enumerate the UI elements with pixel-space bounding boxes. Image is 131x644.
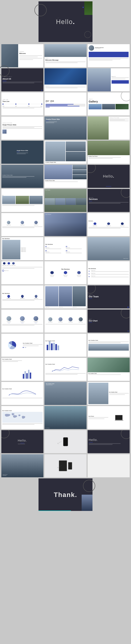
text-line-3	[19, 58, 42, 58]
num-t-2	[66, 248, 82, 249]
services-icons-title: Services	[88, 220, 129, 222]
blue-bar-stats	[46, 107, 50, 107]
thank-arc	[83, 480, 95, 492]
icon-photo-1	[7, 221, 10, 224]
progress-1	[46, 104, 86, 104]
text-line-p3	[89, 60, 112, 60]
ti-img-3	[68, 317, 72, 321]
chart-bar-accent	[89, 322, 92, 323]
sp-label: Single Picture	[2, 122, 42, 124]
map-blob-3	[13, 415, 17, 418]
location-icon-1	[7, 294, 10, 298]
row-5: Single Picture Single Picture Slide Crea…	[1, 116, 130, 140]
chart-land-img	[88, 358, 130, 372]
our-services-num-slide: Our Services 01 Single Picture 02 Single…	[44, 237, 86, 260]
page-container: 觉·PPT Hello. Agenda Welcome	[0, 0, 131, 514]
row-12: Our Services Single Picture Single Pictu…	[1, 286, 130, 308]
pano-title: Creative Picture Slide	[45, 180, 86, 181]
legend-2: B	[25, 347, 26, 348]
os-photo-title: Our Services	[2, 238, 42, 239]
gallery-title: Gallery	[89, 100, 128, 103]
tablet-device-slide: 觉·PPT	[44, 454, 86, 477]
team-t2	[2, 325, 34, 326]
gallery-img-3	[116, 104, 128, 109]
ti-l4: Team Member	[78, 322, 83, 322]
row-4: Time line Time Line 2016 2017 2018 2019	[1, 92, 130, 116]
creative-mountain-slide: Creative Two Picture	[88, 141, 130, 164]
svc-icon-2: Single Picture	[102, 222, 115, 226]
text-line-w1	[45, 62, 86, 62]
blue-accent	[82, 7, 84, 8]
welcome-message-slide: Page 1 Welcome Message	[44, 44, 86, 67]
cct-t1	[88, 342, 129, 342]
hero-period: .	[73, 18, 75, 25]
sp-photo	[2, 130, 6, 134]
welcome-photo	[44, 44, 86, 57]
bar-2	[49, 342, 50, 350]
gallery-slide: Page 2 Gallery	[88, 92, 130, 116]
tl-year-1: 2016	[2, 106, 4, 106]
os-nr-num-1: 10	[88, 270, 90, 272]
single-pic-icons-slide: Single Picture Single Picture Single Pic…	[1, 213, 44, 236]
os-map-item-3: Single Picture	[34, 295, 38, 299]
os-nr-t3	[91, 277, 129, 277]
hex-services-slide: Single Picture Single Picture Single Pic…	[1, 261, 44, 284]
services-label: Services	[89, 197, 128, 198]
hex-sl-1: Single Picture	[2, 265, 6, 266]
blue-banner	[112, 80, 129, 84]
team-name-1: Team Member	[7, 321, 11, 322]
ht-title: Hello.	[89, 438, 128, 442]
bar-3	[51, 344, 52, 350]
monument-content: Single Picture	[2, 474, 8, 476]
blue-bar	[2, 81, 6, 81]
arc-left	[0, 66, 10, 76]
multi-img-3	[66, 152, 86, 162]
row-7: Creative Picture Slide Creative Picture …	[1, 165, 130, 188]
creative-content: Creative Picture Slide	[45, 118, 60, 124]
thank-title: Thank.	[54, 491, 77, 498]
hp-bar	[20, 443, 24, 443]
cbl-b5	[30, 372, 31, 379]
phone-device	[63, 437, 68, 446]
hello-arc	[88, 165, 96, 173]
cbl-t1	[2, 360, 22, 361]
aboutus-label-2: About US	[45, 86, 86, 86]
creative-mountain-title: Creative Two Picture	[88, 156, 129, 157]
sp-dark-t1	[17, 152, 28, 153]
progress-3	[46, 106, 86, 106]
aboutus-title: About US	[2, 78, 42, 80]
phone-container	[63, 430, 68, 453]
progress-2	[46, 105, 86, 106]
os-map-item-2: Single Picture	[20, 295, 24, 299]
num-t-4	[66, 253, 82, 253]
cl-t1	[88, 374, 121, 375]
device-mockup-slide: Your Picture	[88, 406, 130, 429]
os-nr-item-1: 10 Single Picture	[88, 270, 129, 272]
team-avatar-2	[20, 316, 25, 321]
ch-t3	[77, 276, 81, 277]
creative-multi-slide: Creative Single Slide	[44, 141, 86, 164]
team-role-3: Manager	[35, 322, 37, 323]
row-17: Our Creative Chart Your Picture	[1, 406, 130, 429]
location-icon-3	[34, 294, 38, 298]
stats-goal: Goal	[50, 102, 54, 103]
water-photo	[44, 68, 86, 84]
ht-bar	[89, 442, 93, 442]
map-blob-4	[18, 414, 20, 416]
hp-arc	[1, 430, 10, 438]
sp-t1	[2, 126, 42, 127]
dev-t2	[88, 418, 104, 419]
center-hex-3	[77, 271, 80, 274]
cct-title: Our Creative Chart	[88, 340, 129, 341]
cbl-b4	[28, 370, 30, 379]
team-m3: Team Member Manager	[34, 316, 38, 323]
row-3: < About US > About US About US	[1, 68, 130, 91]
hex-svc-3: Single Picture	[12, 262, 16, 266]
ht-t1	[89, 443, 120, 444]
os-item-3: Single Picture	[21, 250, 42, 251]
num-label-1: Single Picture	[45, 247, 65, 248]
spi-t1	[2, 226, 42, 227]
aboutus-city-label: About US	[112, 76, 129, 77]
cm-t1	[88, 157, 121, 158]
os-nr-item-3: 32 Single Picture	[88, 276, 129, 278]
